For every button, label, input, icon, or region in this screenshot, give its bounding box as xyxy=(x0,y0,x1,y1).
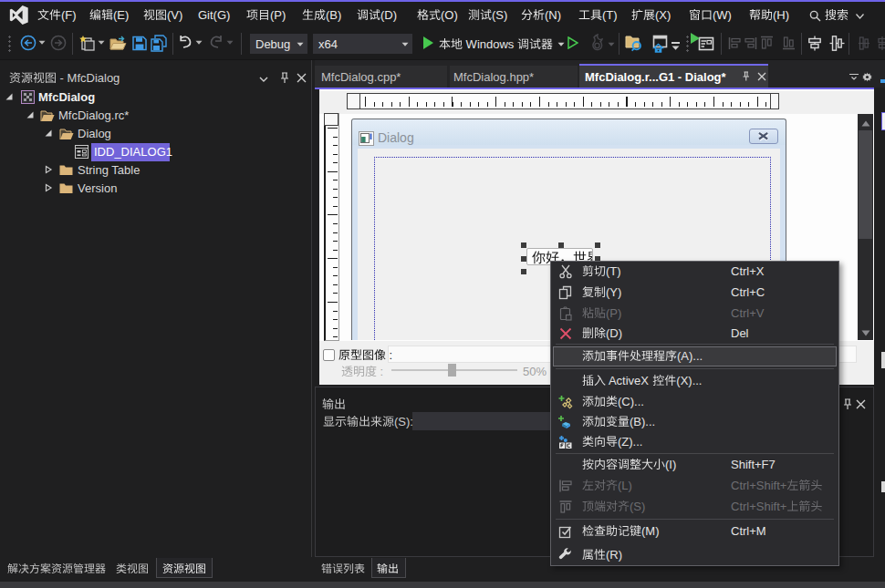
svg-text:ActiveX: ActiveX xyxy=(606,374,652,387)
svg-text:Ctrl+Shift+: Ctrl+Shift+ xyxy=(731,500,786,513)
svg-text:(I): (I) xyxy=(665,458,676,471)
svg-text:Ctrl+X: Ctrl+X xyxy=(731,264,765,278)
svg-text:(N): (N) xyxy=(545,8,561,22)
svg-text:(C)...: (C)... xyxy=(618,395,644,408)
svg-text:Del: Del xyxy=(731,326,749,340)
svg-text:(B)...: (B)... xyxy=(630,415,655,428)
svg-text:(L): (L) xyxy=(618,479,632,492)
svg-text:(P): (P) xyxy=(606,306,621,320)
svg-text:(P): (P) xyxy=(270,8,286,22)
svg-text:(X)...: (X)... xyxy=(676,374,702,387)
svg-text:(S): (S) xyxy=(630,500,645,513)
svg-text:(O): (O) xyxy=(441,8,458,22)
svg-text:Ctrl+Shift+: Ctrl+Shift+ xyxy=(731,479,786,492)
svg-text:(D): (D) xyxy=(380,8,397,22)
svg-text:Windows: Windows xyxy=(463,37,517,51)
svg-text:Ctrl+C: Ctrl+C xyxy=(731,285,765,299)
svg-text:(V): (V) xyxy=(167,8,182,22)
svg-text:(Z)...: (Z)... xyxy=(618,435,642,449)
svg-text:Ctrl+M: Ctrl+M xyxy=(731,524,766,538)
svg-text:(E): (E) xyxy=(113,8,129,22)
svg-text::: : xyxy=(386,348,392,362)
svg-text:- MfcDialog: - MfcDialog xyxy=(57,71,120,85)
svg-text:Shift+F7: Shift+F7 xyxy=(731,458,776,471)
svg-text:(H): (H) xyxy=(773,8,789,22)
svg-text:(S):: (S): xyxy=(394,415,413,428)
svg-text:(A)...: (A)... xyxy=(677,349,703,363)
svg-text:(T): (T) xyxy=(606,264,621,278)
svg-text:(D): (D) xyxy=(606,326,622,340)
svg-text:(R): (R) xyxy=(606,548,622,562)
svg-text:(Y): (Y) xyxy=(606,285,621,299)
svg-text:(M): (M) xyxy=(641,524,660,538)
svg-text:Ctrl+V: Ctrl+V xyxy=(731,306,765,320)
svg-text:(B): (B) xyxy=(326,8,341,22)
svg-text::: : xyxy=(377,365,383,378)
svg-text:(W): (W) xyxy=(713,8,732,22)
svg-text:Git(G): Git(G) xyxy=(198,8,230,22)
svg-text:(F): (F) xyxy=(61,8,77,22)
svg-text:(S): (S) xyxy=(492,8,507,22)
svg-text:(X): (X) xyxy=(655,8,671,22)
svg-text:(T): (T) xyxy=(602,8,618,22)
